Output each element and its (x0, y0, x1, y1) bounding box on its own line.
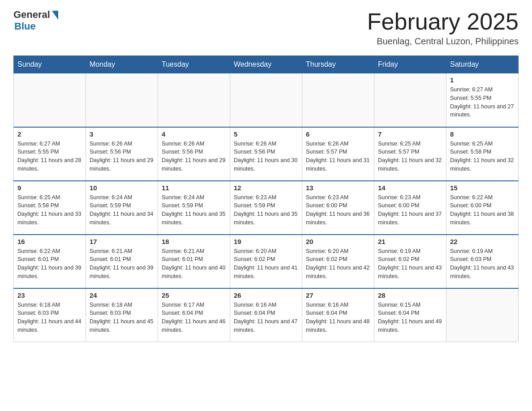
day-info: Sunrise: 6:20 AM Sunset: 6:02 PM Dayligh… (234, 247, 298, 281)
page-header: General Blue February 2025 Buenlag, Cent… (13, 9, 519, 47)
day-info: Sunrise: 6:27 AM Sunset: 5:55 PM Dayligh… (17, 140, 82, 173)
day-info: Sunrise: 6:24 AM Sunset: 5:59 PM Dayligh… (90, 193, 154, 227)
day-number: 9 (17, 184, 82, 192)
day-info: Sunrise: 6:24 AM Sunset: 5:59 PM Dayligh… (162, 193, 226, 227)
day-number: 25 (162, 291, 226, 299)
calendar-cell: 20Sunrise: 6:20 AM Sunset: 6:02 PM Dayli… (302, 235, 374, 288)
logo: General Blue (13, 9, 58, 32)
day-info: Sunrise: 6:18 AM Sunset: 6:03 PM Dayligh… (17, 301, 82, 334)
calendar-cell (302, 73, 374, 127)
calendar-cell: 10Sunrise: 6:24 AM Sunset: 5:59 PM Dayli… (86, 181, 158, 235)
calendar-cell: 23Sunrise: 6:18 AM Sunset: 6:03 PM Dayli… (14, 288, 86, 342)
day-info: Sunrise: 6:19 AM Sunset: 6:02 PM Dayligh… (378, 247, 442, 281)
day-info: Sunrise: 6:25 AM Sunset: 5:58 PM Dayligh… (450, 140, 515, 173)
calendar-cell (230, 73, 302, 127)
calendar-cell: 15Sunrise: 6:22 AM Sunset: 6:00 PM Dayli… (446, 181, 519, 235)
day-info: Sunrise: 6:22 AM Sunset: 6:01 PM Dayligh… (17, 247, 82, 281)
calendar-cell: 26Sunrise: 6:16 AM Sunset: 6:04 PM Dayli… (230, 288, 302, 342)
day-number: 22 (450, 238, 515, 245)
day-of-week-header: Thursday (302, 56, 374, 73)
calendar-cell: 2Sunrise: 6:27 AM Sunset: 5:55 PM Daylig… (14, 127, 86, 181)
day-info: Sunrise: 6:27 AM Sunset: 5:55 PM Dayligh… (450, 86, 515, 119)
day-number: 27 (306, 291, 370, 299)
day-number: 20 (306, 238, 370, 245)
location-subtitle: Buenlag, Central Luzon, Philippines (367, 36, 519, 47)
day-info: Sunrise: 6:16 AM Sunset: 6:04 PM Dayligh… (306, 301, 370, 334)
day-info: Sunrise: 6:15 AM Sunset: 6:04 PM Dayligh… (378, 301, 442, 334)
day-number: 6 (306, 130, 370, 138)
day-info: Sunrise: 6:21 AM Sunset: 6:01 PM Dayligh… (90, 247, 154, 281)
day-info: Sunrise: 6:25 AM Sunset: 5:58 PM Dayligh… (17, 193, 82, 227)
calendar-week-row: 16Sunrise: 6:22 AM Sunset: 6:01 PM Dayli… (14, 235, 519, 288)
day-number: 10 (90, 184, 154, 192)
calendar-cell: 16Sunrise: 6:22 AM Sunset: 6:01 PM Dayli… (14, 235, 86, 288)
day-number: 18 (162, 238, 226, 245)
logo-arrow-icon (52, 11, 58, 20)
day-info: Sunrise: 6:26 AM Sunset: 5:56 PM Dayligh… (162, 140, 226, 173)
day-info: Sunrise: 6:20 AM Sunset: 6:02 PM Dayligh… (306, 247, 370, 281)
calendar-cell: 6Sunrise: 6:26 AM Sunset: 5:57 PM Daylig… (302, 127, 374, 181)
calendar-cell: 24Sunrise: 6:18 AM Sunset: 6:03 PM Dayli… (86, 288, 158, 342)
day-number: 17 (90, 238, 154, 245)
day-number: 28 (378, 291, 442, 299)
day-number: 15 (450, 184, 515, 192)
day-number: 5 (234, 130, 298, 138)
day-info: Sunrise: 6:21 AM Sunset: 6:01 PM Dayligh… (162, 247, 226, 281)
day-number: 24 (90, 291, 154, 299)
calendar-cell: 1Sunrise: 6:27 AM Sunset: 5:55 PM Daylig… (446, 73, 519, 127)
calendar-week-row: 1Sunrise: 6:27 AM Sunset: 5:55 PM Daylig… (14, 73, 519, 127)
day-number: 4 (162, 130, 226, 138)
calendar-cell: 5Sunrise: 6:26 AM Sunset: 5:56 PM Daylig… (230, 127, 302, 181)
day-number: 23 (17, 291, 82, 299)
day-info: Sunrise: 6:19 AM Sunset: 6:03 PM Dayligh… (450, 247, 515, 281)
day-number: 12 (234, 184, 298, 192)
calendar-cell: 7Sunrise: 6:25 AM Sunset: 5:57 PM Daylig… (374, 127, 446, 181)
day-number: 26 (234, 291, 298, 299)
day-of-week-header: Wednesday (230, 56, 302, 73)
day-of-week-header: Friday (374, 56, 446, 73)
day-number: 14 (378, 184, 442, 192)
calendar-cell: 27Sunrise: 6:16 AM Sunset: 6:04 PM Dayli… (302, 288, 374, 342)
day-info: Sunrise: 6:26 AM Sunset: 5:57 PM Dayligh… (306, 140, 370, 173)
day-info: Sunrise: 6:23 AM Sunset: 5:59 PM Dayligh… (234, 193, 298, 227)
day-info: Sunrise: 6:25 AM Sunset: 5:57 PM Dayligh… (378, 140, 442, 173)
calendar-cell (158, 73, 230, 127)
logo-blue-text: Blue (14, 21, 36, 32)
calendar-cell: 18Sunrise: 6:21 AM Sunset: 6:01 PM Dayli… (158, 235, 230, 288)
calendar-cell: 14Sunrise: 6:23 AM Sunset: 6:00 PM Dayli… (374, 181, 446, 235)
day-number: 19 (234, 238, 298, 245)
calendar-cell: 25Sunrise: 6:17 AM Sunset: 6:04 PM Dayli… (158, 288, 230, 342)
title-block: February 2025 Buenlag, Central Luzon, Ph… (367, 9, 519, 47)
day-number: 2 (17, 130, 82, 138)
day-info: Sunrise: 6:22 AM Sunset: 6:00 PM Dayligh… (450, 193, 515, 227)
day-of-week-header: Sunday (14, 56, 86, 73)
calendar-cell (14, 73, 86, 127)
day-number: 21 (378, 238, 442, 245)
calendar-week-row: 9Sunrise: 6:25 AM Sunset: 5:58 PM Daylig… (14, 181, 519, 235)
day-number: 3 (90, 130, 154, 138)
day-number: 7 (378, 130, 442, 138)
calendar-cell: 11Sunrise: 6:24 AM Sunset: 5:59 PM Dayli… (158, 181, 230, 235)
day-info: Sunrise: 6:18 AM Sunset: 6:03 PM Dayligh… (90, 301, 154, 334)
calendar-cell: 3Sunrise: 6:26 AM Sunset: 5:56 PM Daylig… (86, 127, 158, 181)
day-number: 11 (162, 184, 226, 192)
calendar-cell (374, 73, 446, 127)
calendar-cell (446, 288, 519, 342)
month-title: February 2025 (367, 9, 519, 34)
calendar-cell: 17Sunrise: 6:21 AM Sunset: 6:01 PM Dayli… (86, 235, 158, 288)
day-number: 16 (17, 238, 82, 245)
calendar-cell: 22Sunrise: 6:19 AM Sunset: 6:03 PM Dayli… (446, 235, 519, 288)
calendar-cell: 21Sunrise: 6:19 AM Sunset: 6:02 PM Dayli… (374, 235, 446, 288)
calendar-week-row: 2Sunrise: 6:27 AM Sunset: 5:55 PM Daylig… (14, 127, 519, 181)
day-info: Sunrise: 6:23 AM Sunset: 6:00 PM Dayligh… (378, 193, 442, 227)
day-info: Sunrise: 6:26 AM Sunset: 5:56 PM Dayligh… (234, 140, 298, 173)
day-number: 13 (306, 184, 370, 192)
day-of-week-header: Saturday (446, 56, 519, 73)
calendar-cell: 28Sunrise: 6:15 AM Sunset: 6:04 PM Dayli… (374, 288, 446, 342)
calendar-header-row: SundayMondayTuesdayWednesdayThursdayFrid… (14, 56, 519, 73)
calendar-cell: 12Sunrise: 6:23 AM Sunset: 5:59 PM Dayli… (230, 181, 302, 235)
day-info: Sunrise: 6:16 AM Sunset: 6:04 PM Dayligh… (234, 301, 298, 334)
calendar-cell: 19Sunrise: 6:20 AM Sunset: 6:02 PM Dayli… (230, 235, 302, 288)
calendar-week-row: 23Sunrise: 6:18 AM Sunset: 6:03 PM Dayli… (14, 288, 519, 342)
calendar-cell (86, 73, 158, 127)
